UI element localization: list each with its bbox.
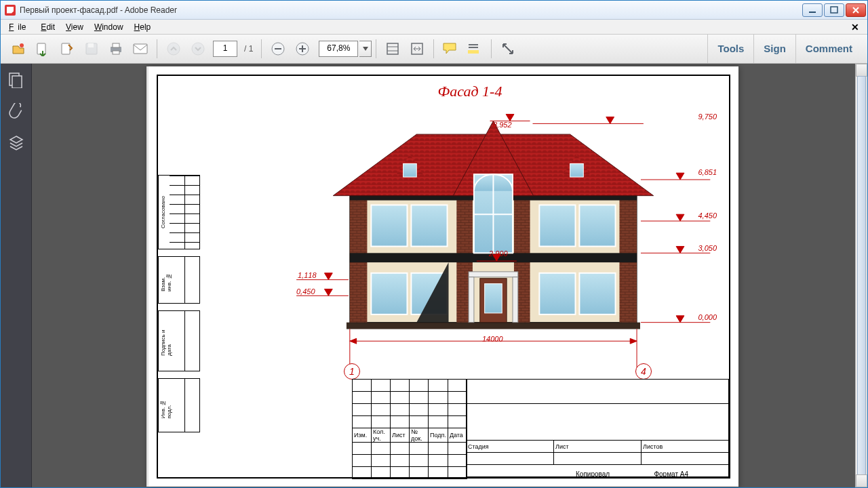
menu-edit[interactable]: Edit bbox=[37, 21, 59, 33]
window-minimize-button[interactable] bbox=[802, 3, 823, 17]
page-up-icon bbox=[162, 37, 185, 60]
toolbar: 1 / 1 67,8% Tools bbox=[1, 35, 867, 64]
document-stage[interactable]: Согласовано Взам. инв. № Подпись bbox=[32, 64, 855, 487]
comment-bubble-icon[interactable] bbox=[439, 37, 462, 60]
page-total-label: / 1 bbox=[244, 44, 253, 54]
comment-pane-button[interactable]: Comment bbox=[795, 35, 862, 63]
fit-page-icon[interactable] bbox=[381, 37, 404, 60]
drawing-caption: Фасад 1-4 bbox=[438, 83, 502, 100]
print-icon[interactable] bbox=[104, 37, 127, 60]
svg-rect-45 bbox=[539, 205, 575, 246]
email-icon[interactable] bbox=[129, 37, 152, 60]
svg-rect-6 bbox=[88, 43, 94, 47]
fit-width-icon[interactable] bbox=[406, 37, 429, 60]
svg-rect-14 bbox=[275, 48, 281, 49]
window-titlebar: Первый проект-фасад.pdf - Adobe Reader bbox=[1, 1, 867, 20]
elev-ground: 0,000 bbox=[698, 313, 717, 321]
page-down-icon bbox=[186, 37, 210, 60]
window-title: Первый проект-фасад.pdf - Adobe Reader bbox=[20, 5, 802, 15]
layers-icon[interactable] bbox=[8, 134, 24, 150]
vertical-scrollbar[interactable] bbox=[855, 64, 867, 487]
svg-rect-57 bbox=[469, 277, 474, 323]
svg-rect-47 bbox=[371, 273, 407, 314]
facade-drawing: Фасад 1-4 bbox=[216, 79, 724, 370]
sidecol-approved: Согласовано bbox=[160, 196, 166, 228]
export-pdf-icon[interactable] bbox=[31, 37, 54, 60]
svg-point-2 bbox=[20, 43, 24, 47]
sign-pane-button[interactable]: Sign bbox=[753, 35, 795, 63]
window-maximize-button[interactable] bbox=[824, 3, 844, 17]
elev-l2-head: 4,450 bbox=[698, 211, 717, 220]
svg-rect-0 bbox=[809, 12, 816, 13]
revision-table: Изм.Кол. уч. Лист№ док. Подп.Дата bbox=[352, 379, 467, 479]
elev-l1-head: 1,118 bbox=[298, 271, 317, 279]
svg-rect-43 bbox=[371, 205, 407, 246]
title-block: Изм.Кол. уч. Лист№ док. Подп.Дата bbox=[352, 379, 729, 477]
axis-marker-right: 4 bbox=[635, 363, 652, 380]
svg-rect-29 bbox=[347, 323, 640, 329]
svg-rect-10 bbox=[134, 44, 147, 54]
page-number-input[interactable]: 1 bbox=[213, 41, 237, 57]
svg-rect-42 bbox=[570, 163, 584, 177]
app-icon bbox=[5, 5, 16, 16]
svg-rect-18 bbox=[387, 43, 398, 54]
open-icon[interactable] bbox=[7, 37, 30, 60]
axis-marker-left: 1 bbox=[344, 363, 360, 380]
menu-help[interactable]: Help bbox=[130, 21, 155, 33]
elev-roof-peak: 9,750 bbox=[698, 113, 717, 121]
svg-rect-50 bbox=[579, 273, 615, 314]
zoom-out-icon[interactable] bbox=[267, 37, 290, 60]
width-dimension: 14000 bbox=[482, 335, 503, 343]
elev-roof-top: 8,952 bbox=[493, 121, 512, 129]
save-icon bbox=[80, 37, 103, 60]
copy-label: Копировал bbox=[576, 470, 610, 478]
elev-canopy: 2,900 bbox=[489, 249, 508, 258]
svg-point-11 bbox=[167, 43, 180, 55]
svg-rect-58 bbox=[513, 277, 518, 323]
thumbnails-icon[interactable] bbox=[8, 72, 24, 88]
window-close-button[interactable] bbox=[846, 3, 866, 17]
svg-rect-9 bbox=[113, 51, 119, 54]
svg-rect-49 bbox=[539, 273, 575, 314]
format-label: Формат А4 bbox=[654, 470, 688, 478]
attachments-icon[interactable] bbox=[8, 103, 24, 119]
menu-window[interactable]: Window bbox=[90, 21, 127, 33]
elev-eave: 6,851 bbox=[698, 168, 717, 176]
svg-rect-1 bbox=[831, 7, 837, 13]
elev-l1-sill: 0,450 bbox=[296, 287, 315, 296]
svg-rect-3 bbox=[37, 43, 45, 54]
svg-rect-40 bbox=[403, 163, 417, 177]
zoom-in-icon[interactable] bbox=[291, 37, 314, 60]
highlight-icon[interactable] bbox=[463, 37, 486, 60]
menu-bar: File Edit View Window Help ✕ bbox=[1, 20, 867, 35]
svg-rect-20 bbox=[468, 50, 479, 54]
zoom-dropdown[interactable] bbox=[359, 41, 372, 57]
zoom-value-input[interactable]: 67,8% bbox=[319, 41, 358, 57]
svg-rect-55 bbox=[485, 284, 502, 313]
svg-rect-56 bbox=[469, 272, 518, 277]
create-pdf-icon[interactable] bbox=[56, 37, 79, 60]
svg-point-12 bbox=[192, 43, 204, 55]
svg-rect-8 bbox=[113, 43, 119, 47]
menu-file[interactable]: File bbox=[5, 21, 34, 33]
navigation-rail bbox=[1, 64, 32, 487]
svg-rect-17 bbox=[302, 45, 303, 52]
document-close-button[interactable]: ✕ bbox=[847, 20, 863, 34]
svg-rect-46 bbox=[579, 205, 615, 246]
menu-view[interactable]: View bbox=[62, 21, 87, 33]
elev-l2-sill: 3,050 bbox=[698, 244, 717, 252]
read-mode-icon[interactable] bbox=[496, 37, 519, 60]
svg-rect-44 bbox=[411, 205, 447, 246]
tools-pane-button[interactable]: Tools bbox=[707, 35, 753, 63]
svg-rect-22 bbox=[12, 76, 22, 88]
pdf-page: Согласовано Взам. инв. № Подпись bbox=[149, 66, 738, 487]
